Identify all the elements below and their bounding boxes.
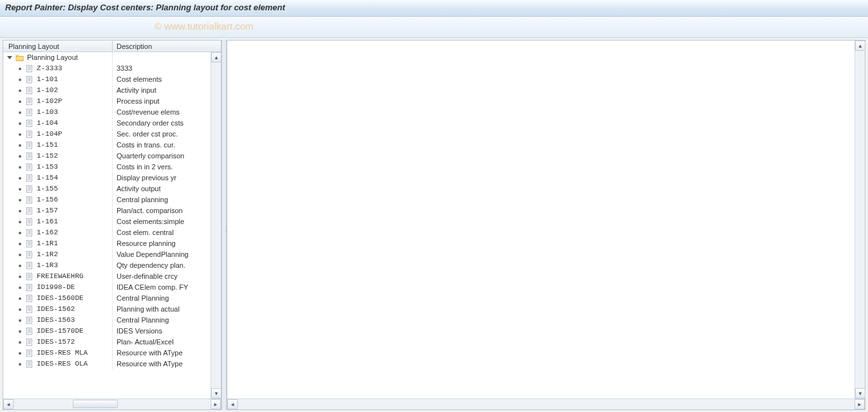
tree-item-description: Resource with AType: [113, 359, 221, 370]
tree-item-description: User-definable crcy: [113, 271, 221, 282]
tree-root-label: Planning Layout: [27, 52, 78, 63]
scroll-left-arrow-icon[interactable]: ◄: [227, 399, 238, 409]
svg-rect-45: [27, 164, 32, 171]
tree-item-name: 1-156: [37, 194, 58, 205]
tree-item[interactable]: IDES-RES MLAResource with AType: [3, 348, 221, 359]
tree-item[interactable]: IDES-RES OLAResource with AType: [3, 359, 221, 370]
document-icon: [25, 229, 34, 238]
tree-item[interactable]: Z-33333333: [3, 63, 221, 74]
tree-item[interactable]: 1-162Cost elem. central: [3, 227, 221, 238]
svg-rect-130: [27, 350, 32, 357]
svg-rect-95: [27, 273, 32, 280]
vertical-splitter[interactable]: [222, 40, 227, 410]
tree-item[interactable]: IDES-1562Planning with actual: [3, 304, 221, 315]
tree-item[interactable]: 1-1R3Qty dependency plan.: [3, 260, 221, 271]
document-icon: [25, 108, 34, 117]
scroll-right-arrow-icon[interactable]: ►: [854, 399, 865, 409]
tree-header-col-layout[interactable]: Planning Layout: [3, 41, 113, 52]
tree-panel: Planning Layout Description Planning Lay…: [3, 40, 222, 410]
tree-item[interactable]: 1-1R1Resource planning: [3, 238, 221, 249]
svg-rect-5: [27, 76, 32, 83]
tree-item[interactable]: IDES-1563Central Planning: [3, 315, 221, 326]
tree-vertical-scrollbar[interactable]: ▲ ▼: [211, 52, 221, 398]
tree-item-name: IDES-RES OLA: [37, 359, 88, 370]
bullet-icon: [19, 330, 21, 333]
tree-item-name: Z-3333: [37, 63, 62, 74]
document-icon: [25, 196, 34, 205]
tree-item[interactable]: 1-161Cost elements:simple: [3, 216, 221, 227]
svg-rect-110: [27, 306, 32, 313]
tree-item-description: Cost elem. central: [113, 227, 221, 238]
tree-item[interactable]: ID1998-DEIDEA CElem comp. FY: [3, 282, 221, 293]
scroll-left-arrow-icon[interactable]: ◄: [3, 399, 14, 409]
tree-header-col-description[interactable]: Description: [113, 41, 221, 52]
tree-item[interactable]: 1-102Activity input: [3, 85, 221, 96]
tree-item[interactable]: 1-151Costs in trans. cur.: [3, 140, 221, 151]
scroll-down-arrow-icon[interactable]: ▼: [211, 388, 221, 398]
tree-item-description: Value DependPlanning: [113, 249, 221, 260]
svg-rect-90: [27, 262, 32, 269]
tree-item[interactable]: 1-157Plan/act. comparison: [3, 205, 221, 216]
scroll-track[interactable]: [855, 51, 865, 388]
window-title: Report Painter: Display Cost centers: Pl…: [0, 0, 868, 17]
tree-item-name: 1-154: [37, 173, 58, 183]
tree-root-row[interactable]: Planning Layout: [3, 52, 221, 63]
tree-item-description: Central planning: [113, 194, 221, 205]
scroll-track[interactable]: [238, 399, 854, 409]
svg-rect-15: [27, 98, 32, 105]
bullet-icon: [19, 363, 21, 366]
svg-rect-100: [27, 284, 32, 291]
svg-rect-60: [27, 196, 32, 203]
tree-item-name: 1-157: [37, 205, 58, 216]
tree-item[interactable]: 1-1R2Value DependPlanning: [3, 249, 221, 260]
tree-item-name: IDES-1562: [37, 304, 75, 315]
content-horizontal-scrollbar[interactable]: ◄ ►: [227, 398, 865, 409]
tree-item-name: IDES-1560DE: [37, 293, 84, 304]
tree-item-description: Cost/revenue elems: [113, 107, 221, 118]
tree-item[interactable]: IDES-1570DEIDES Versions: [3, 326, 221, 337]
scroll-track[interactable]: [211, 62, 221, 388]
tree-item[interactable]: 1-102PProcess input: [3, 96, 221, 107]
tree-item[interactable]: 1-153Costs in in 2 vers.: [3, 162, 221, 173]
tree-item[interactable]: 1-101Cost elements: [3, 74, 221, 85]
tree-item[interactable]: 1-103Cost/revenue elems: [3, 107, 221, 118]
bullet-icon: [19, 79, 21, 81]
bullet-icon: [19, 308, 21, 311]
tree-item[interactable]: 1-152Quarterly comparison: [3, 151, 221, 162]
tree-horizontal-scrollbar[interactable]: ◄ ►: [3, 398, 221, 409]
tree-item[interactable]: 1-154Display previous yr: [3, 173, 221, 183]
scroll-thumb[interactable]: [73, 400, 118, 408]
tree-item-description: IDES Versions: [113, 326, 221, 337]
scroll-track[interactable]: [14, 399, 211, 409]
svg-rect-65: [27, 207, 32, 214]
tree-item[interactable]: 1-156Central planning: [3, 194, 221, 205]
application-toolbar: © www.tutorialkart.com: [0, 17, 868, 38]
tree-item[interactable]: 1-155Activity output: [3, 183, 221, 194]
document-icon: [25, 250, 34, 259]
document-icon: [25, 64, 34, 73]
document-icon: [25, 261, 34, 270]
scroll-up-arrow-icon[interactable]: ▲: [855, 41, 865, 51]
tree-item-name: 1-1R2: [37, 249, 58, 260]
tree-item[interactable]: 1-104Secondary order csts: [3, 118, 221, 129]
document-icon: [25, 152, 34, 161]
tree-item-description: Costs in trans. cur.: [113, 140, 221, 151]
folder-open-icon: [15, 53, 24, 62]
tree-item[interactable]: FREIEWAEHRGUser-definable crcy: [3, 271, 221, 282]
document-icon: [25, 360, 34, 369]
tree-body[interactable]: Planning Layout Z-333333331-101Cost elem…: [3, 52, 221, 409]
tree-item[interactable]: IDES-1560DECentral Planning: [3, 293, 221, 304]
document-icon: [25, 86, 34, 95]
scroll-up-arrow-icon[interactable]: ▲: [211, 52, 221, 62]
tree-item-description: Central Planning: [113, 293, 221, 304]
content-vertical-scrollbar[interactable]: ▲ ▼: [854, 41, 865, 398]
bullet-icon: [19, 177, 21, 180]
scroll-right-arrow-icon[interactable]: ►: [211, 399, 221, 409]
tree-item[interactable]: 1-104PSec. order cst proc.: [3, 129, 221, 140]
bullet-icon: [19, 122, 21, 125]
chevron-down-icon[interactable]: [7, 56, 12, 59]
document-icon: [25, 130, 34, 139]
bullet-icon: [19, 286, 21, 289]
scroll-down-arrow-icon[interactable]: ▼: [855, 388, 865, 398]
tree-item[interactable]: IDES-1572Plan- Actual/Excel: [3, 337, 221, 348]
